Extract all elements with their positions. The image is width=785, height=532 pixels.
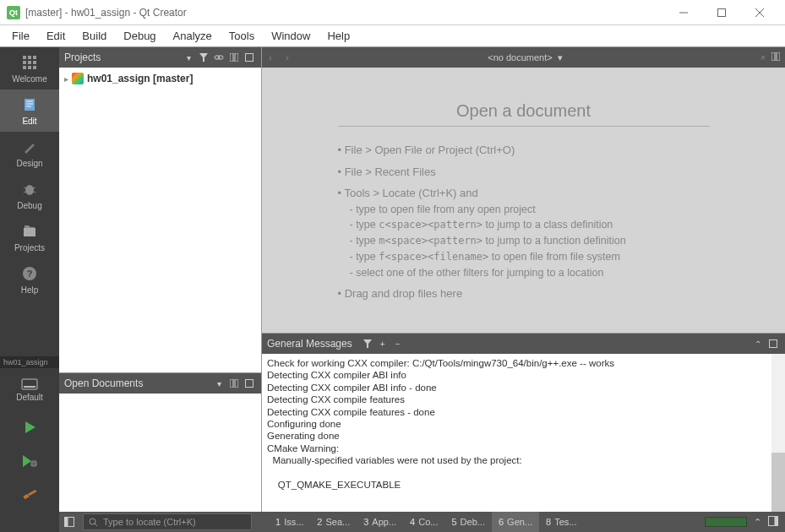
svg-rect-26: [24, 386, 35, 388]
chevron-down-icon[interactable]: ▾: [212, 377, 226, 390]
mode-label: Projects: [14, 243, 45, 252]
svg-rect-9: [33, 61, 36, 64]
svg-rect-42: [246, 380, 253, 388]
svg-rect-6: [33, 56, 36, 59]
titlebar: Qt [master] - hw01_assign - Qt Creator: [0, 0, 785, 25]
message-line: Check for working CXX compiler: C:/Qt/To…: [267, 357, 780, 369]
window-controls: [664, 1, 778, 24]
window-title: [master] - hw01_assign - Qt Creator: [25, 7, 664, 19]
split-icon[interactable]: [227, 377, 241, 390]
statusbar: Type to locate (Ctrl+K) 1 Iss...2 Sea...…: [0, 512, 785, 532]
kit-config-selector[interactable]: Default: [0, 368, 59, 410]
mode-label: Edit: [22, 117, 36, 126]
expand-icon[interactable]: ▸: [64, 74, 68, 84]
close-panel-icon[interactable]: [243, 377, 256, 390]
project-icon: [72, 73, 84, 84]
message-line: Manually-specified variables were not us…: [267, 454, 780, 466]
message-line: [267, 466, 780, 478]
message-line: Detecting CXX compiler ABI info: [267, 369, 780, 381]
menu-debug[interactable]: Debug: [115, 26, 164, 46]
svg-line-50: [95, 524, 97, 526]
filter-icon[interactable]: [197, 51, 210, 64]
design-icon: [20, 138, 39, 156]
menu-tools[interactable]: Tools: [221, 26, 263, 46]
build-button[interactable]: [0, 478, 59, 512]
svg-rect-52: [775, 517, 778, 526]
nav-back-button[interactable]: ‹: [262, 52, 279, 62]
svg-rect-48: [65, 518, 68, 527]
maximize-button[interactable]: [702, 1, 740, 24]
close-panel-icon[interactable]: [243, 51, 256, 64]
edit-icon: [20, 95, 39, 114]
mode-debug[interactable]: Debug: [0, 174, 59, 216]
link-icon[interactable]: [212, 51, 226, 64]
open-documents-list[interactable]: [59, 394, 261, 512]
svg-rect-33: [28, 490, 36, 497]
output-tab-8[interactable]: 8 Tes...: [539, 512, 583, 532]
hint-open-file: • File > Open File or Project (Ctrl+O): [338, 142, 710, 159]
filter-icon[interactable]: [361, 337, 374, 350]
messages-panel-header: General Messages + − ⌃: [262, 334, 785, 354]
projects-tree[interactable]: ▸ hw01_assign [master]: [59, 68, 261, 372]
sidebar-toggle[interactable]: [59, 512, 79, 532]
project-root-row[interactable]: ▸ hw01_assign [master]: [63, 71, 258, 86]
svg-rect-11: [28, 66, 31, 69]
mode-help[interactable]: ?Help: [0, 258, 59, 301]
message-line: Detecting CXX compiler ABI info - done: [267, 382, 780, 394]
hint-recent-files: • File > Recent Files: [338, 164, 710, 181]
minimize-button[interactable]: [664, 1, 702, 24]
menu-analyze[interactable]: Analyze: [165, 26, 221, 46]
debug-run-button[interactable]: [0, 444, 59, 478]
svg-line-20: [24, 192, 26, 193]
mode-projects[interactable]: Projects: [0, 216, 59, 258]
output-tab-5[interactable]: 5 Deb...: [444, 512, 491, 532]
svg-marker-45: [363, 339, 372, 348]
collapse-icon[interactable]: ⌃: [751, 337, 765, 350]
message-line: Generating done: [267, 430, 780, 442]
split-editor-icon[interactable]: [771, 52, 780, 62]
output-tab-3[interactable]: 3 App...: [357, 512, 403, 532]
svg-rect-41: [235, 379, 238, 388]
menu-file[interactable]: File: [3, 26, 38, 46]
menu-help[interactable]: Help: [319, 26, 358, 46]
document-selector[interactable]: <no document> ▾: [296, 52, 755, 63]
locator-input[interactable]: Type to locate (Ctrl+K): [83, 513, 252, 530]
menu-edit[interactable]: Edit: [38, 26, 74, 46]
hint-locate: • Tools > Locate (Ctrl+K) and - type to …: [338, 185, 710, 280]
kit-project-label: hw01_assign: [0, 356, 59, 368]
welcome-title: Open a document: [338, 101, 710, 127]
mode-label: Help: [21, 285, 39, 295]
svg-rect-38: [235, 53, 238, 62]
nav-forward-button[interactable]: ›: [279, 52, 296, 62]
mode-edit[interactable]: Edit: [0, 90, 59, 132]
output-tab-6[interactable]: 6 Gen...: [492, 512, 539, 532]
output-tab-4[interactable]: 4 Co...: [403, 512, 444, 532]
zoom-in-icon[interactable]: +: [376, 337, 390, 350]
project-root-name: hw01_assign [master]: [87, 73, 193, 84]
close-doc-button[interactable]: ×: [755, 52, 771, 62]
mode-welcome[interactable]: Welcome: [0, 47, 59, 90]
message-line: Detecting CXX compile features - done: [267, 406, 780, 418]
mode-design[interactable]: Design: [0, 132, 59, 174]
hint-dragdrop: • Drag and drop files here: [338, 285, 710, 302]
run-button[interactable]: [0, 410, 59, 444]
svg-point-17: [25, 185, 34, 195]
split-icon[interactable]: [227, 51, 241, 64]
scrollbar-thumb[interactable]: [771, 453, 785, 512]
output-tab-1[interactable]: 1 Iss...: [269, 512, 310, 532]
svg-rect-39: [246, 54, 253, 62]
messages-output[interactable]: Check for working CXX compiler: C:/Qt/To…: [262, 354, 785, 512]
menu-build[interactable]: Build: [74, 26, 115, 46]
svg-rect-12: [33, 66, 36, 69]
chevron-down-icon[interactable]: ▾: [182, 51, 195, 64]
zoom-out-icon[interactable]: −: [391, 337, 405, 350]
svg-rect-7: [23, 61, 26, 64]
svg-rect-40: [230, 379, 233, 388]
close-panel-icon[interactable]: [766, 337, 780, 350]
close-button[interactable]: [740, 1, 778, 24]
kit-selector: hw01_assign Default: [0, 356, 59, 410]
toggle-right-sidebar[interactable]: [768, 516, 778, 528]
expand-status-icon[interactable]: ⌃: [754, 517, 761, 528]
output-tab-2[interactable]: 2 Sea...: [310, 512, 357, 532]
menu-window[interactable]: Window: [263, 26, 319, 46]
